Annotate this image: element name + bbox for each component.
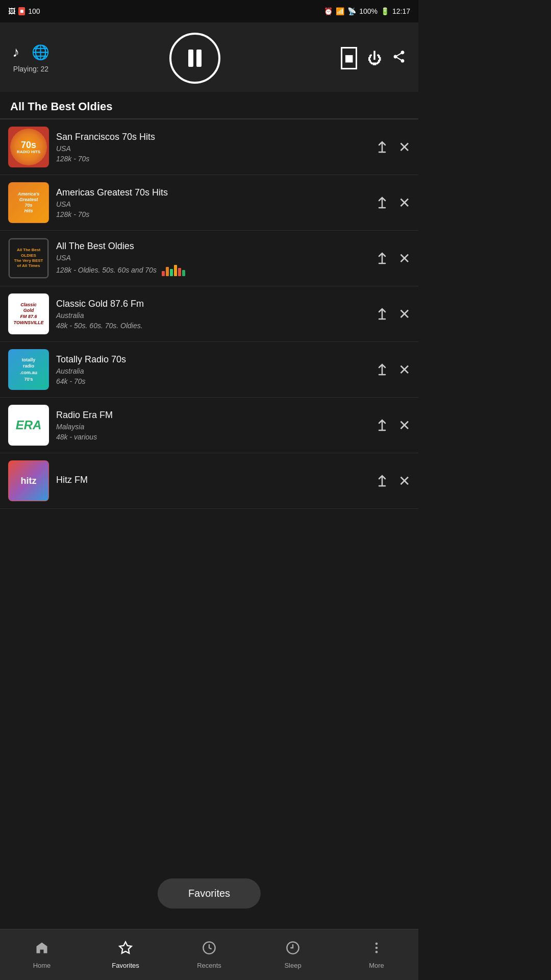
- move-up-button[interactable]: [376, 307, 388, 321]
- nav-item-sleep[interactable]: Sleep: [251, 929, 335, 980]
- share-button[interactable]: [392, 50, 406, 67]
- station-name: Americas Greatest 70s Hits: [56, 187, 369, 198]
- station-actions: ✕: [376, 194, 410, 211]
- remove-button[interactable]: ✕: [398, 361, 410, 378]
- remove-button[interactable]: ✕: [398, 306, 410, 323]
- battery-icon: 🔋: [381, 7, 389, 15]
- stop-button[interactable]: ■: [341, 47, 357, 69]
- battery-level: 100%: [359, 7, 378, 15]
- station-country: Australia: [56, 311, 369, 320]
- station-bitrate-row: 48k - various: [56, 433, 369, 441]
- station-bitrate-row: 128k - 70s: [56, 155, 369, 163]
- station-bitrate-row: 128k - 70s: [56, 210, 369, 218]
- station-list: 70sRADIO HITS San Franciscos 70s Hits US…: [0, 119, 418, 509]
- station-bitrate-row: 64k - 70s: [56, 377, 369, 385]
- nav-item-recents[interactable]: Recents: [167, 929, 251, 980]
- player-right: ■ ⏻: [341, 47, 406, 69]
- station-name: All The Best Oldies: [56, 241, 369, 252]
- station-item[interactable]: hitz Hitz FM ✕: [0, 453, 418, 509]
- station-country: Malaysia: [56, 423, 369, 431]
- station-item[interactable]: America'sGreatest70sHits Americas Greate…: [0, 175, 418, 231]
- station-info: Totally Radio 70s Australia 64k - 70s: [56, 354, 369, 385]
- station-name: Classic Gold 87.6 Fm: [56, 299, 369, 309]
- station-info: Hitz FM: [56, 475, 369, 487]
- nav-item-favorites[interactable]: Favorites: [84, 929, 167, 980]
- station-bitrate: 48k - various: [56, 433, 97, 441]
- station-name: Hitz FM: [56, 475, 369, 485]
- status-right: ⏰ 📶 📡 100% 🔋 12:17: [324, 7, 410, 15]
- remove-button[interactable]: ✕: [398, 250, 410, 267]
- more-nav-icon: [369, 941, 384, 959]
- bottom-nav: Home Favorites Recents Sleep More: [0, 929, 418, 980]
- station-info: Radio Era FM Malaysia 48k - various: [56, 410, 369, 441]
- remove-button[interactable]: ✕: [398, 473, 410, 489]
- station-name: Radio Era FM: [56, 410, 369, 421]
- station-actions: ✕: [376, 361, 410, 378]
- nav-item-home[interactable]: Home: [0, 929, 84, 980]
- station-info: Classic Gold 87.6 Fm Australia 48k - 50s…: [56, 299, 369, 330]
- alarm-icon: ⏰: [324, 7, 333, 15]
- station-bitrate-row: 48k - 50s. 60s. 70s. Oldies.: [56, 322, 369, 330]
- svg-marker-7: [119, 942, 131, 953]
- station-info: San Franciscos 70s Hits USA 128k - 70s: [56, 132, 369, 163]
- station-item[interactable]: 70sRADIO HITS San Franciscos 70s Hits US…: [0, 119, 418, 175]
- svg-point-10: [375, 942, 378, 945]
- station-country: USA: [56, 254, 369, 262]
- favorites-toast: Favorites: [158, 878, 261, 909]
- station-actions: ✕: [376, 250, 410, 267]
- more-nav-label: More: [369, 962, 384, 969]
- station-item[interactable]: totallyradio.com.au70's Totally Radio 70…: [0, 342, 418, 398]
- station-country: Australia: [56, 367, 369, 375]
- power-button[interactable]: ⏻: [367, 50, 382, 67]
- pause-icon: [188, 50, 202, 67]
- station-name: Totally Radio 70s: [56, 354, 369, 365]
- move-up-button[interactable]: [376, 418, 388, 432]
- station-actions: ✕: [376, 306, 410, 323]
- home-nav-label: Home: [33, 962, 51, 969]
- station-item[interactable]: ERA Radio Era FM Malaysia 48k - various …: [0, 398, 418, 453]
- recents-nav-icon: [202, 941, 216, 959]
- move-up-button[interactable]: [376, 195, 388, 210]
- nav-item-more[interactable]: More: [335, 929, 418, 980]
- svg-point-11: [375, 946, 378, 949]
- recents-nav-label: Recents: [197, 962, 221, 969]
- equalizer: [162, 264, 185, 276]
- sleep-nav-label: Sleep: [284, 962, 301, 969]
- player-left-icons: ♪ 🌐: [12, 44, 49, 61]
- remove-button[interactable]: ✕: [398, 139, 410, 156]
- move-up-button[interactable]: [376, 140, 388, 154]
- signal-number: 100: [28, 7, 40, 15]
- station-name: San Franciscos 70s Hits: [56, 132, 369, 142]
- music-icon[interactable]: ♪: [12, 44, 19, 60]
- move-up-button[interactable]: [376, 362, 388, 377]
- move-up-button[interactable]: [376, 474, 388, 488]
- favorites-nav-icon: [118, 941, 133, 959]
- photo-icon: 🖼: [8, 7, 15, 15]
- svg-point-12: [375, 950, 378, 953]
- station-bitrate: 48k - 50s. 60s. 70s. Oldies.: [56, 322, 143, 330]
- station-logo: totallyradio.com.au70's: [8, 349, 49, 390]
- station-actions: ✕: [376, 139, 410, 156]
- clock: 12:17: [392, 7, 410, 15]
- player-left: ♪ 🌐 Playing: 22: [12, 44, 49, 73]
- station-item[interactable]: All The BestOLDIESThe Very BESTof All Ti…: [0, 231, 418, 286]
- sleep-nav-icon: [286, 941, 300, 959]
- station-country: USA: [56, 200, 369, 208]
- wifi-icon: 📶: [336, 7, 344, 15]
- remove-button[interactable]: ✕: [398, 417, 410, 434]
- station-logo: ClassicGoldFM 87.6TOWNSVILLE: [8, 293, 49, 334]
- station-item[interactable]: ClassicGoldFM 87.6TOWNSVILLE Classic Gol…: [0, 286, 418, 342]
- globe-icon[interactable]: 🌐: [32, 44, 49, 61]
- station-bitrate: 128k - Oldies. 50s. 60s and 70s: [56, 266, 157, 274]
- signal-icon: 📡: [347, 7, 356, 15]
- remove-button[interactable]: ✕: [398, 194, 410, 211]
- station-info: All The Best Oldies USA 128k - Oldies. 5…: [56, 241, 369, 276]
- station-logo: America'sGreatest70sHits: [8, 182, 49, 223]
- station-logo: 70sRADIO HITS: [8, 127, 49, 167]
- station-actions: ✕: [376, 473, 410, 489]
- pause-button[interactable]: [169, 33, 220, 84]
- station-bitrate: 128k - 70s: [56, 155, 89, 163]
- favorites-nav-label: Favorites: [112, 962, 139, 969]
- station-logo: hitz: [8, 460, 49, 501]
- move-up-button[interactable]: [376, 251, 388, 265]
